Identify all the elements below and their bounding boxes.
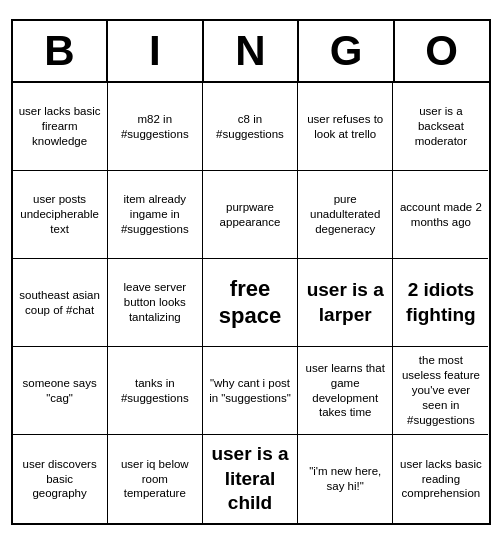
- header-letter-b: B: [13, 21, 109, 81]
- bingo-cell-4[interactable]: user is a backseat moderator: [393, 83, 488, 171]
- header-letter-i: I: [108, 21, 204, 81]
- bingo-cell-17[interactable]: "why cant i post in "suggestions": [203, 347, 298, 435]
- bingo-grid: user lacks basic firearm knowledgem82 in…: [13, 83, 489, 523]
- bingo-cell-12[interactable]: free space: [203, 259, 298, 347]
- bingo-cell-9[interactable]: account made 2 months ago: [393, 171, 488, 259]
- header-letter-g: G: [299, 21, 395, 81]
- bingo-cell-11[interactable]: leave server button looks tantalizing: [108, 259, 203, 347]
- bingo-cell-3[interactable]: user refuses to look at trello: [298, 83, 393, 171]
- bingo-cell-1[interactable]: m82 in #suggestions: [108, 83, 203, 171]
- bingo-cell-19[interactable]: the most useless feature you've ever see…: [393, 347, 488, 435]
- bingo-cell-20[interactable]: user discovers basic geography: [13, 435, 108, 523]
- bingo-card: BINGO user lacks basic firearm knowledge…: [11, 19, 491, 525]
- bingo-cell-16[interactable]: tanks in #suggestions: [108, 347, 203, 435]
- bingo-cell-14[interactable]: 2 idiots fighting: [393, 259, 488, 347]
- bingo-cell-15[interactable]: someone says "cag": [13, 347, 108, 435]
- bingo-cell-24[interactable]: user lacks basic reading comprehension: [393, 435, 488, 523]
- bingo-cell-21[interactable]: user iq below room temperature: [108, 435, 203, 523]
- bingo-cell-5[interactable]: user posts undecipherable text: [13, 171, 108, 259]
- bingo-cell-2[interactable]: c8 in #suggestions: [203, 83, 298, 171]
- bingo-cell-10[interactable]: southeast asian coup of #chat: [13, 259, 108, 347]
- bingo-header: BINGO: [13, 21, 489, 83]
- bingo-cell-6[interactable]: item already ingame in #suggestions: [108, 171, 203, 259]
- bingo-cell-13[interactable]: user is a larper: [298, 259, 393, 347]
- header-letter-n: N: [204, 21, 300, 81]
- bingo-cell-7[interactable]: purpware appearance: [203, 171, 298, 259]
- bingo-cell-22[interactable]: user is a literal child: [203, 435, 298, 523]
- bingo-cell-0[interactable]: user lacks basic firearm knowledge: [13, 83, 108, 171]
- header-letter-o: O: [395, 21, 489, 81]
- bingo-cell-18[interactable]: user learns that game development takes …: [298, 347, 393, 435]
- bingo-cell-8[interactable]: pure unadulterated degeneracy: [298, 171, 393, 259]
- bingo-cell-23[interactable]: "i'm new here, say hi!": [298, 435, 393, 523]
